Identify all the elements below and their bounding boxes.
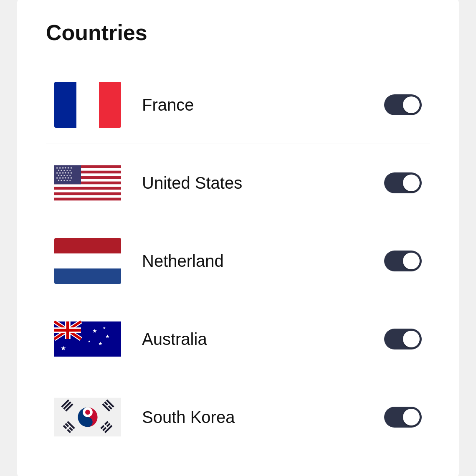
svg-text:★: ★: [66, 179, 68, 182]
svg-text:★: ★: [63, 179, 65, 182]
france-toggle[interactable]: [384, 94, 422, 115]
country-name: France: [142, 96, 384, 114]
svg-text:★: ★: [92, 328, 97, 334]
list-item: South Korea: [46, 378, 430, 456]
united-states-toggle[interactable]: [384, 172, 422, 193]
svg-rect-12: [54, 198, 121, 200]
country-name: Netherland: [142, 252, 384, 271]
svg-text:★: ★: [61, 344, 66, 352]
svg-rect-55: [54, 329, 81, 332]
page-title: Countries: [46, 20, 430, 45]
svg-rect-7: [54, 184, 121, 187]
svg-text:★: ★: [60, 179, 62, 182]
svg-rect-11: [54, 195, 121, 197]
svg-text:★: ★: [105, 334, 110, 339]
svg-text:★: ★: [88, 339, 91, 343]
svg-point-65: [85, 420, 90, 425]
svg-point-64: [85, 410, 90, 415]
list-item: ★ ★ ★ ★ ★ ★ Australia: [46, 300, 430, 378]
svg-rect-9: [54, 190, 121, 192]
list-item: Netherland: [46, 222, 430, 300]
svg-text:★: ★: [103, 326, 106, 330]
australia-toggle[interactable]: [384, 329, 422, 349]
svg-rect-8: [54, 187, 121, 190]
svg-rect-10: [54, 192, 121, 195]
france-flag: [54, 82, 121, 128]
svg-text:★: ★: [69, 179, 71, 182]
list-item: ★★★★★★ ★★★★★ ★★★★★★ ★★★★★ ★★★★★★ ★★★★★ U…: [46, 144, 430, 222]
svg-text:★: ★: [98, 341, 103, 346]
country-name: Australia: [142, 330, 384, 349]
south-korea-toggle[interactable]: [384, 407, 422, 428]
netherlands-flag: [54, 238, 121, 284]
countries-card: Countries France: [17, 0, 459, 476]
svg-text:★: ★: [58, 179, 60, 182]
country-name: United States: [142, 174, 384, 192]
country-name: South Korea: [142, 408, 384, 427]
usa-flag: ★★★★★★ ★★★★★ ★★★★★★ ★★★★★ ★★★★★★ ★★★★★: [54, 160, 121, 206]
australia-flag: ★ ★ ★ ★ ★ ★: [54, 316, 121, 362]
south-korea-flag: [54, 394, 121, 440]
list-item: France: [46, 66, 430, 144]
netherland-toggle[interactable]: [384, 251, 422, 271]
country-list: France: [46, 66, 430, 456]
